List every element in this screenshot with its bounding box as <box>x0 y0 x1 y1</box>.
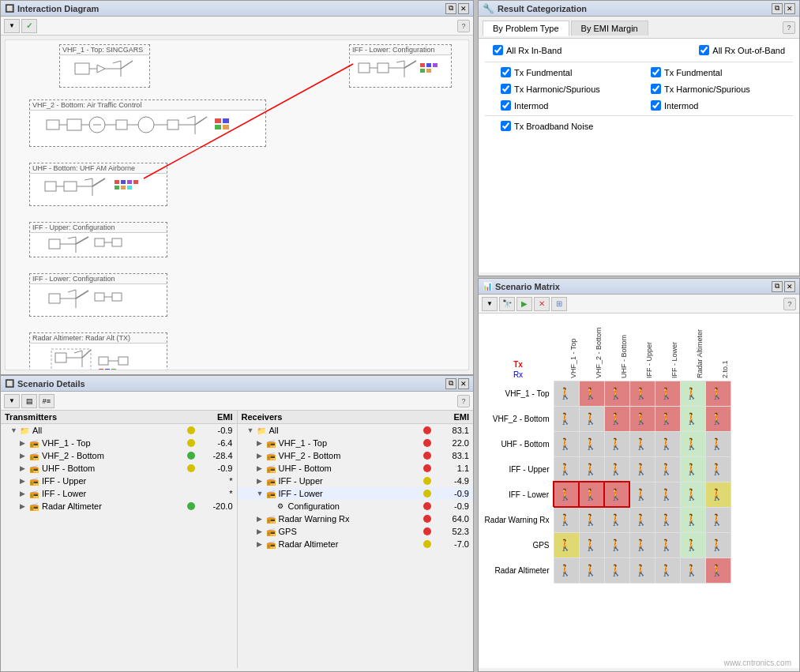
cell-iff-upper-vhf2[interactable]: 🚶 <box>579 456 604 482</box>
restore-button[interactable]: ⧉ <box>445 3 456 14</box>
sort-button[interactable]: #≡ <box>39 394 54 408</box>
help-button[interactable]: ? <box>783 21 795 34</box>
cell-vhf1-vhf2[interactable]: 🚶 <box>579 381 604 406</box>
expand[interactable]: ▼ <box>247 426 255 434</box>
cell-rwr-radar[interactable]: 🚶 <box>680 507 705 532</box>
cell-ra-uhf[interactable]: 🚶 <box>604 557 629 583</box>
restore-button[interactable]: ⧉ <box>445 378 456 389</box>
rx-row-vhf1[interactable]: ▶ 📻 VHF_1 - Top 22.0 <box>238 437 474 449</box>
binoculars-button[interactable]: 🔭 <box>499 297 515 311</box>
cell-vhf2-vhf2[interactable]: 🚶 <box>579 406 604 431</box>
cell-iff-lower-radar[interactable]: 🚶 <box>680 482 705 507</box>
cell-gps-vhf1[interactable]: 🚶 <box>554 532 579 557</box>
cell-vhf1-uhf[interactable]: 🚶 <box>604 381 629 406</box>
expand[interactable]: ▶ <box>20 439 28 447</box>
cb-all-rx-outofband-input[interactable] <box>699 45 709 55</box>
cell-rwr-iff-lower[interactable]: 🚶 <box>655 507 680 532</box>
expand[interactable]: ▶ <box>257 527 265 535</box>
cell-ra-radar[interactable]: 🚶 <box>680 557 705 583</box>
cell-vhf1-iff-upper[interactable]: 🚶 <box>629 381 655 406</box>
cell-iff-upper-vhf1[interactable]: 🚶 <box>554 456 579 482</box>
cell-vhf1-vhf1[interactable]: 🚶 <box>554 381 579 406</box>
cell-iff-lower-vhf2[interactable]: 🚶 <box>579 482 604 507</box>
expand[interactable]: ▶ <box>20 502 28 510</box>
cell-ra-vhf2[interactable]: 🚶 <box>579 557 604 583</box>
tx-row-iff-upper[interactable]: ▶ 📻 IFF - Upper * <box>1 475 237 487</box>
rx-row-iff-lower[interactable]: ▼ 📻 IFF - Lower -0.9 <box>238 487 474 500</box>
rx-row-all[interactable]: ▼ 📁 All 83.1 <box>238 424 474 437</box>
restore-button[interactable]: ⧉ <box>772 3 783 14</box>
help-button[interactable]: ? <box>457 20 470 32</box>
cb-tx-harmonic-2-input[interactable] <box>651 84 661 94</box>
rx-row-vhf2[interactable]: ▶ 📻 VHF_2 - Bottom 83.1 <box>238 449 474 462</box>
cell-rwr-uhf[interactable]: 🚶 <box>604 507 629 532</box>
cell-iff-upper-radar[interactable]: 🚶 <box>680 456 705 482</box>
close-button[interactable]: ✕ <box>784 281 795 292</box>
cb-tx-fund-1-input[interactable] <box>501 67 511 77</box>
down-arrow-button[interactable]: ▼ <box>482 297 498 311</box>
close-button[interactable]: ✕ <box>784 3 795 14</box>
cell-gps-radar[interactable]: 🚶 <box>680 532 705 557</box>
node-iff-upper[interactable]: IFF - Upper: Configuration <box>29 222 167 257</box>
cell-iff-lower-iff-lower[interactable]: 🚶 <box>655 482 680 507</box>
cell-uhf-vhf1[interactable]: 🚶 <box>554 431 579 456</box>
expand[interactable]: ▶ <box>20 452 28 460</box>
expand[interactable]: ▶ <box>257 540 265 548</box>
help-button[interactable]: ? <box>457 395 470 407</box>
cell-gps-iff-upper[interactable]: 🚶 <box>629 532 655 557</box>
node-vhf1[interactable]: VHF_1 - Top: SINCGARS <box>59 44 150 88</box>
expand[interactable]: ▶ <box>257 477 265 485</box>
cell-iff-upper-uhf[interactable]: 🚶 <box>604 456 629 482</box>
expand[interactable]: ▶ <box>257 464 265 472</box>
expand[interactable]: ▼ <box>10 426 18 434</box>
node-vhf2[interactable]: VHF_2 - Bottom: Air Traffic Control <box>29 99 266 147</box>
cell-ra-iff-upper[interactable]: 🚶 <box>629 557 655 583</box>
cell-iff-lower-iff-upper[interactable]: 🚶 <box>629 482 655 507</box>
play-button[interactable]: ▶ <box>516 297 532 311</box>
cell-vhf2-uhf[interactable]: 🚶 <box>604 406 629 431</box>
expand[interactable]: ▶ <box>257 515 265 523</box>
close-button[interactable]: ✕ <box>458 3 469 14</box>
cell-vhf1-radar[interactable]: 🚶 <box>680 381 705 406</box>
tx-row-vhf2[interactable]: ▶ 📻 VHF_2 - Bottom -28.4 <box>1 449 237 462</box>
help-button[interactable]: ? <box>783 298 796 310</box>
tx-row-uhf[interactable]: ▶ 📻 UHF - Bottom -0.9 <box>1 462 237 475</box>
cell-uhf-vhf2[interactable]: 🚶 <box>579 431 604 456</box>
cell-vhf2-iff-lower[interactable]: 🚶 <box>655 406 680 431</box>
cell-uhf-uhf[interactable]: 🚶 <box>604 431 629 456</box>
expand[interactable]: ▶ <box>257 452 265 460</box>
rx-row-iff-upper[interactable]: ▶ 📻 IFF - Upper -4.9 <box>238 475 474 487</box>
down-arrow-button[interactable]: ▼ <box>4 19 20 33</box>
tab-by-problem-type[interactable]: By Problem Type <box>483 21 569 36</box>
down-arrow-button[interactable]: ▼ <box>4 394 20 408</box>
expand[interactable]: ▶ <box>20 490 28 497</box>
expand[interactable]: ▶ <box>20 477 28 485</box>
tx-row-all[interactable]: ▼ 📁 All -0.9 <box>1 424 237 437</box>
cell-vhf1-iff-lower[interactable]: 🚶 <box>655 381 680 406</box>
rx-row-radar-warning[interactable]: ▶ 📻 Radar Warning Rx 64.0 <box>238 512 474 525</box>
cell-gps-2to1[interactable]: 🚶 <box>705 532 731 557</box>
cell-iff-lower-uhf[interactable]: 🚶 <box>604 482 629 507</box>
expand[interactable]: ▶ <box>20 464 28 472</box>
cell-vhf1-2to1[interactable]: 🚶 <box>705 381 731 406</box>
cb-intermod-2-input[interactable] <box>651 100 661 111</box>
cell-vhf2-radar[interactable]: 🚶 <box>680 406 705 431</box>
node-uhf[interactable]: UHF - Bottom: UHF AM Airborne <box>29 163 167 206</box>
restore-button[interactable]: ⧉ <box>772 281 783 292</box>
cell-ra-2to1[interactable]: 🚶 <box>705 557 731 583</box>
cell-ra-iff-lower[interactable]: 🚶 <box>655 557 680 583</box>
cell-rwr-2to1[interactable]: 🚶 <box>705 507 731 532</box>
cb-all-rx-inband-input[interactable] <box>493 45 503 55</box>
cell-uhf-radar[interactable]: 🚶 <box>680 431 705 456</box>
node-iff-lower-right[interactable]: IFF - Lower: Configuration <box>349 44 452 88</box>
cell-rwr-vhf1[interactable]: 🚶 <box>554 507 579 532</box>
close-button[interactable]: ✕ <box>458 378 469 389</box>
cell-rwr-vhf2[interactable]: 🚶 <box>579 507 604 532</box>
cell-gps-vhf2[interactable]: 🚶 <box>579 532 604 557</box>
expand[interactable]: ▶ <box>257 439 265 447</box>
cb-intermod-1-input[interactable] <box>501 100 511 111</box>
cell-uhf-iff-lower[interactable]: 🚶 <box>655 431 680 456</box>
cell-uhf-iff-upper[interactable]: 🚶 <box>629 431 655 456</box>
cb-tx-fund-2-input[interactable] <box>651 67 661 77</box>
stop-button[interactable]: ✕ <box>534 297 550 311</box>
